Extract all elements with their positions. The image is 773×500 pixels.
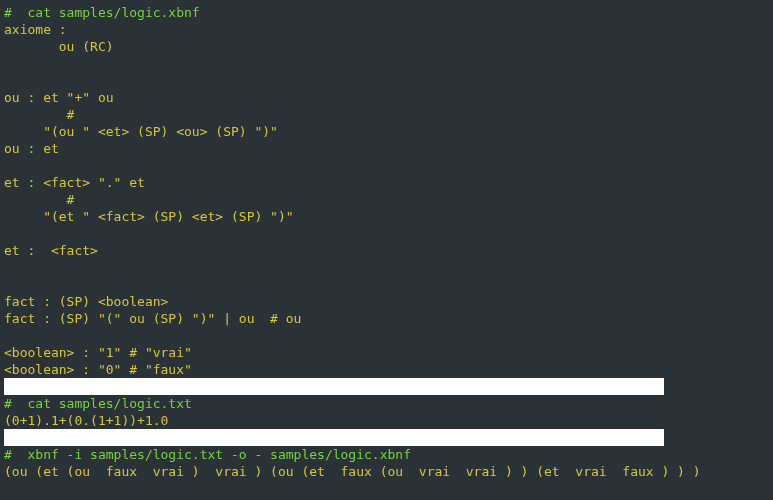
terminal-line — [4, 259, 769, 276]
terminal-line: et : <fact> "." et — [4, 174, 769, 191]
terminal-line: (0+1).1+(0.(1+1))+1.0 — [4, 412, 769, 429]
terminal-line: et : <fact> — [4, 242, 769, 259]
terminal-line: <boolean> : "1" # "vrai" — [4, 344, 769, 361]
terminal-line — [4, 72, 769, 89]
terminal-line: "(et " <fact> (SP) <et> (SP) ")" — [4, 208, 769, 225]
terminal-line: ou (RC) — [4, 38, 769, 55]
terminal-line — [4, 225, 769, 242]
terminal-line: # — [4, 191, 769, 208]
terminal-line: <boolean> : "0" # "faux" — [4, 361, 769, 378]
terminal-line — [4, 480, 769, 497]
terminal-line — [4, 276, 769, 293]
terminal-line: "(ou " <et> (SP) <ou> (SP) ")" — [4, 123, 769, 140]
terminal-line: (ou (et (ou faux vrai ) vrai ) (ou (et f… — [4, 463, 769, 480]
terminal-line — [4, 327, 769, 344]
terminal-line: ou : et — [4, 140, 769, 157]
terminal-line: # xbnf -i samples/logic.txt -o - samples… — [4, 446, 769, 463]
terminal-line: axiome : — [4, 21, 769, 38]
terminal-line: # cat samples/logic.txt — [4, 395, 769, 412]
terminal-line: # cat samples/logic.xbnf — [4, 4, 769, 21]
terminal-line: fact : (SP) "(" ou (SP) ")" | ou # ou — [4, 310, 769, 327]
terminal-line: ou : et "+" ou — [4, 89, 769, 106]
prompt-separator — [4, 429, 664, 446]
prompt-separator — [4, 378, 664, 395]
terminal-line: # — [4, 106, 769, 123]
terminal-line: fact : (SP) <boolean> — [4, 293, 769, 310]
terminal-output[interactable]: # cat samples/logic.xbnfaxiome : ou (RC)… — [0, 0, 773, 497]
terminal-line — [4, 55, 769, 72]
terminal-line — [4, 157, 769, 174]
